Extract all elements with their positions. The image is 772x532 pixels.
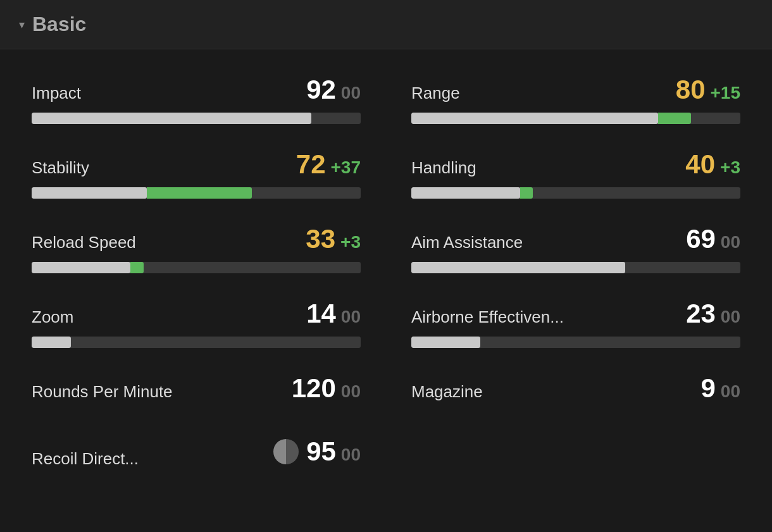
stat-header-magazine: Magazine900 [411,373,740,404]
progress-bar-base-aim-assistance [411,262,625,273]
stat-delta-reload-speed: +3 [340,232,361,252]
stat-value-range: 80 [676,75,706,105]
progress-bar-base-handling [411,187,520,199]
section-header: ▾ Basic [0,0,772,49]
stat-name-recoil-direction: Recoil Direct... [32,449,139,469]
stat-values-airborne-effectiveness: 2300 [686,299,740,329]
stat-header-handling: Handling40+3 [411,149,740,180]
stat-value-airborne-effectiveness: 23 [686,299,716,329]
stat-delta-aim-assistance: 00 [721,232,740,252]
progress-bar-base-zoom [32,337,71,348]
stat-values-zoom: 1400 [306,299,361,329]
progress-bar-bonus-handling [520,187,533,199]
stat-header-recoil-direction: Recoil Direct...9500 [32,436,361,469]
stat-name-zoom: Zoom [32,307,73,327]
stat-delta-recoil-direction: 00 [341,445,361,465]
progress-bar-bonus-stability [147,187,252,199]
progress-bar-base-reload-speed [32,262,130,273]
stat-values-magazine: 900 [700,373,740,404]
stat-item-reload-speed: Reload Speed33+3 [19,211,386,286]
section-title: Basic [32,13,86,36]
progress-bar-bonus-range [658,113,691,124]
stat-delta-range: +15 [711,83,741,103]
stat-item-handling: Handling40+3 [386,137,753,211]
stat-value-recoil-direction: 95 [306,436,336,467]
stat-value-rounds-per-minute: 120 [292,373,336,404]
progress-bar-airborne-effectiveness [411,337,740,348]
stat-delta-stability: +37 [331,158,361,178]
progress-bar-handling [411,187,740,199]
stat-value-aim-assistance: 69 [686,224,716,254]
stat-item-impact: Impact9200 [19,62,386,137]
stat-name-handling: Handling [411,158,476,178]
stat-value-handling: 40 [685,149,715,180]
stat-values-handling: 40+3 [685,149,740,180]
stat-delta-handling: +3 [720,158,740,178]
progress-bar-stability [32,187,361,199]
collapse-chevron[interactable]: ▾ [19,18,25,32]
stat-item-recoil-direction: Recoil Direct...9500 [19,424,386,489]
stat-header-impact: Impact9200 [32,75,361,105]
stats-grid: Impact9200Range80+15Stability72+37Handli… [0,49,772,502]
stat-header-reload-speed: Reload Speed33+3 [32,224,361,254]
stat-value-stability: 72 [296,149,326,180]
progress-bar-aim-assistance [411,262,740,273]
progress-bar-base-range [411,113,658,124]
stat-delta-airborne-effectiveness: 00 [721,307,740,327]
stat-value-impact: 92 [306,75,336,105]
stat-name-reload-speed: Reload Speed [32,233,136,252]
stat-header-aim-assistance: Aim Assistance6900 [411,224,740,254]
stat-header-rounds-per-minute: Rounds Per Minute12000 [32,373,361,404]
progress-bar-impact [32,113,361,124]
stat-delta-zoom: 00 [341,307,361,327]
stat-header-zoom: Zoom1400 [32,299,361,329]
stat-item-aim-assistance: Aim Assistance6900 [386,211,753,286]
progress-bar-base-airborne-effectiveness [411,337,480,348]
stat-item-stability: Stability72+37 [19,137,386,211]
stat-item-magazine: Magazine900 [386,361,753,424]
stat-name-magazine: Magazine [411,382,483,402]
stat-delta-rounds-per-minute: 00 [341,381,361,402]
stat-header-airborne-effectiveness: Airborne Effectiven...2300 [411,299,740,329]
stat-header-range: Range80+15 [411,75,740,105]
stat-name-aim-assistance: Aim Assistance [411,233,523,252]
stat-value-magazine: 9 [700,373,715,404]
stat-values-stability: 72+37 [296,149,361,180]
stat-name-airborne-effectiveness: Airborne Effectiven... [411,307,564,327]
stat-values-reload-speed: 33+3 [306,224,361,254]
stat-values-impact: 9200 [306,75,361,105]
progress-bar-bonus-reload-speed [130,262,144,273]
recoil-direction-icon [273,439,299,464]
stat-item-rounds-per-minute: Rounds Per Minute12000 [19,361,386,424]
stat-name-stability: Stability [32,158,89,178]
progress-bar-base-stability [32,187,147,199]
stat-item-zoom: Zoom1400 [19,286,386,361]
stat-delta-magazine: 00 [721,381,740,402]
progress-bar-reload-speed [32,262,361,273]
stat-values-range: 80+15 [676,75,740,105]
stat-header-stability: Stability72+37 [32,149,361,180]
stat-name-rounds-per-minute: Rounds Per Minute [32,382,173,402]
stat-value-zoom: 14 [306,299,336,329]
stat-item-range: Range80+15 [386,62,753,137]
stat-values-rounds-per-minute: 12000 [292,373,361,404]
progress-bar-base-impact [32,113,311,124]
stat-values-recoil-direction: 9500 [306,436,361,467]
stat-delta-impact: 00 [341,83,361,103]
progress-bar-zoom [32,337,361,348]
stat-name-range: Range [411,84,460,103]
stat-item-airborne-effectiveness: Airborne Effectiven...2300 [386,286,753,361]
stat-values-aim-assistance: 6900 [686,224,740,254]
stat-value-reload-speed: 33 [306,224,335,254]
stat-name-impact: Impact [32,84,81,103]
progress-bar-range [411,113,740,124]
